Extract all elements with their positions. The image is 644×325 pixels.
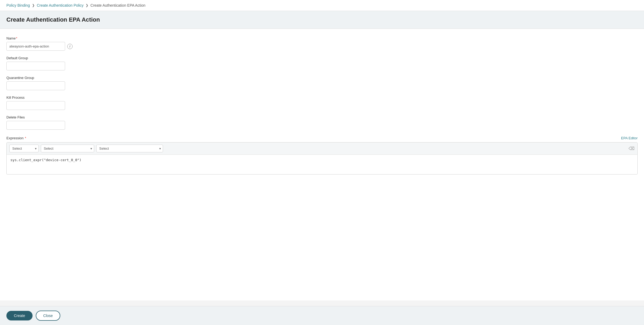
breadcrumb-create-auth-policy[interactable]: Create Authentication Policy <box>37 3 84 7</box>
expression-header: Expression * EPA Editor <box>6 136 638 140</box>
select-wrapper-3: Select <box>96 145 163 152</box>
expression-label: Expression * <box>6 136 26 140</box>
breadcrumb-separator-2: ❯ <box>86 3 88 7</box>
create-button[interactable]: Create <box>6 311 33 320</box>
expression-select-3[interactable]: Select <box>96 145 163 152</box>
epa-editor-link[interactable]: EPA Editor <box>621 136 638 140</box>
name-label: Name* <box>6 36 638 40</box>
footer-bar: Create Close <box>0 306 644 325</box>
default-group-input[interactable] <box>6 62 65 70</box>
page-title: Create Authentication EPA Action <box>6 16 638 23</box>
quarantine-group-group: Quarantine Group <box>6 76 638 90</box>
form-section: Name* i Default Group Quarantine Group K… <box>6 36 638 175</box>
select-wrapper-1: Select <box>9 145 39 152</box>
name-field-wrapper: i <box>6 42 638 51</box>
default-group-group: Default Group <box>6 56 638 70</box>
breadcrumb-separator-1: ❯ <box>32 3 35 7</box>
clear-icon: ⌫ <box>629 146 635 151</box>
info-icon[interactable]: i <box>67 44 73 49</box>
breadcrumb-policy-binding[interactable]: Policy Binding <box>6 3 30 7</box>
expression-textarea[interactable]: sys.client_expr("device-cert_0_0") <box>7 155 637 173</box>
kill-process-label: Kill Process <box>6 96 638 100</box>
breadcrumb: Policy Binding ❯ Create Authentication P… <box>0 0 644 11</box>
expression-section: Expression * EPA Editor Select Select <box>6 136 638 175</box>
delete-files-input[interactable] <box>6 121 65 130</box>
quarantine-group-input[interactable] <box>6 81 65 90</box>
expression-box: Select Select Select ⌫ <box>6 142 638 175</box>
select-wrapper-2: Select <box>41 145 94 152</box>
name-required-marker: * <box>16 36 17 40</box>
expression-required-marker: * <box>24 136 26 140</box>
delete-files-label: Delete Files <box>6 115 638 119</box>
close-button[interactable]: Close <box>36 311 60 321</box>
page-header: Create Authentication EPA Action <box>0 11 644 29</box>
expression-dropdowns: Select Select Select ⌫ <box>7 142 637 155</box>
quarantine-group-label: Quarantine Group <box>6 76 638 80</box>
delete-files-group: Delete Files <box>6 115 638 130</box>
page-content: Name* i Default Group Quarantine Group K… <box>0 29 644 300</box>
kill-process-group: Kill Process <box>6 96 638 110</box>
expression-select-1[interactable]: Select <box>9 145 39 152</box>
clear-expression-button[interactable]: ⌫ <box>628 145 635 152</box>
kill-process-input[interactable] <box>6 101 65 110</box>
expression-select-2[interactable]: Select <box>41 145 94 152</box>
name-input[interactable] <box>6 42 65 51</box>
breadcrumb-current: Create Authentication EPA Action <box>90 3 145 7</box>
name-group: Name* i <box>6 36 638 51</box>
default-group-label: Default Group <box>6 56 638 60</box>
